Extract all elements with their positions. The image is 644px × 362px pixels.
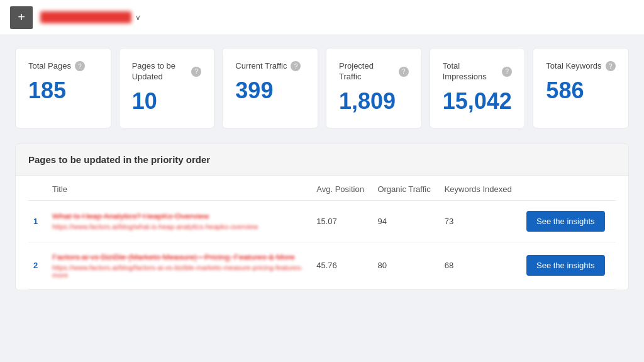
table-row: 1 What Is Heap Analytics? HeapKo Overvie… bbox=[28, 200, 616, 242]
stat-value-current-traffic: 399 bbox=[235, 79, 305, 102]
info-icon-total-pages[interactable]: ? bbox=[75, 61, 85, 71]
stat-card-total-keywords: Total Keywords ? 586 bbox=[533, 48, 629, 128]
stat-header-current-traffic: Current Traffic ? bbox=[235, 61, 305, 72]
row-title-1: Factors.ai vs BiziBle (Marketo Measure) … bbox=[47, 242, 311, 289]
col-index bbox=[28, 176, 47, 201]
row-organic-traffic-0: 94 bbox=[372, 200, 439, 242]
stat-value-total-keywords: 586 bbox=[546, 79, 616, 102]
add-button[interactable]: + bbox=[10, 6, 33, 29]
stat-header-total-keywords: Total Keywords ? bbox=[546, 61, 616, 72]
stats-row: Total Pages ? 185 Pages to be Updated ? … bbox=[15, 48, 629, 128]
stat-value-pages-to-be-updated: 10 bbox=[132, 90, 202, 113]
priority-section: Pages to be updated in the priority orde… bbox=[15, 144, 629, 290]
priority-header: Pages to be updated in the priority orde… bbox=[16, 144, 628, 176]
info-icon-total-keywords[interactable]: ? bbox=[606, 61, 616, 71]
stat-header-projected-traffic: Projected Traffic ? bbox=[339, 61, 409, 82]
stat-label-projected-traffic: Projected Traffic bbox=[339, 61, 395, 82]
info-icon-current-traffic[interactable]: ? bbox=[291, 61, 301, 71]
row-url-1: https://www.factors.ai/blog/factors-ai-v… bbox=[52, 264, 306, 279]
col-title: Title bbox=[47, 176, 311, 201]
domain-selector[interactable]: ██████████████ ∨ bbox=[40, 11, 141, 23]
priority-title: Pages to be updated in the priority orde… bbox=[28, 154, 210, 165]
row-action-1: See the insights bbox=[521, 242, 616, 289]
row-avg-pos-1: 45.76 bbox=[311, 242, 372, 289]
col-keywords-indexed: Keywords Indexed bbox=[440, 176, 521, 201]
table-container: Title Avg. Position Organic Traffic Keyw… bbox=[16, 176, 628, 290]
see-insights-button-0[interactable]: See the insights bbox=[526, 211, 605, 232]
stat-header-pages-to-be-updated: Pages to be Updated ? bbox=[132, 61, 202, 82]
info-icon-total-impressions[interactable]: ? bbox=[502, 67, 512, 77]
row-title-0: What Is Heap Analytics? HeapKo Overview … bbox=[47, 200, 311, 242]
stat-header-total-pages: Total Pages ? bbox=[28, 61, 98, 72]
row-avg-pos-0: 15.07 bbox=[311, 200, 372, 242]
col-action bbox=[521, 176, 616, 201]
stat-value-projected-traffic: 1,809 bbox=[339, 90, 409, 113]
stat-label-total-impressions: Total Impressions bbox=[443, 61, 499, 82]
stat-header-total-impressions: Total Impressions ? bbox=[443, 61, 513, 82]
row-action-0: See the insights bbox=[521, 200, 616, 242]
row-index-0: 1 bbox=[28, 200, 47, 242]
row-title-text-1: Factors.ai vs BiziBle (Marketo Measure) … bbox=[52, 252, 306, 262]
stat-value-total-pages: 185 bbox=[28, 79, 98, 102]
main-content: Total Pages ? 185 Pages to be Updated ? … bbox=[0, 35, 644, 303]
stat-card-pages-to-be-updated: Pages to be Updated ? 10 bbox=[119, 48, 215, 128]
stat-label-current-traffic: Current Traffic bbox=[235, 61, 287, 72]
info-icon-projected-traffic[interactable]: ? bbox=[399, 67, 409, 77]
stat-card-current-traffic: Current Traffic ? 399 bbox=[222, 48, 318, 128]
stat-label-total-pages: Total Pages bbox=[28, 61, 71, 72]
info-icon-pages-to-be-updated[interactable]: ? bbox=[191, 67, 201, 77]
stat-label-pages-to-be-updated: Pages to be Updated bbox=[132, 61, 188, 82]
row-url-0: https://www.factors.ai/blog/what-is-heap… bbox=[52, 223, 306, 230]
row-organic-traffic-1: 80 bbox=[372, 242, 439, 289]
col-organic-traffic: Organic Traffic bbox=[372, 176, 439, 201]
stat-card-total-impressions: Total Impressions ? 15,042 bbox=[430, 48, 526, 128]
stat-card-total-pages: Total Pages ? 185 bbox=[15, 48, 111, 128]
domain-text: ██████████████ bbox=[40, 11, 131, 23]
priority-table: Title Avg. Position Organic Traffic Keyw… bbox=[28, 176, 616, 290]
chevron-down-icon: ∨ bbox=[135, 13, 141, 22]
see-insights-button-1[interactable]: See the insights bbox=[526, 255, 605, 276]
row-index-1: 2 bbox=[28, 242, 47, 289]
stat-card-projected-traffic: Projected Traffic ? 1,809 bbox=[326, 48, 422, 128]
top-bar: + ██████████████ ∨ bbox=[0, 0, 644, 35]
table-row: 2 Factors.ai vs BiziBle (Marketo Measure… bbox=[28, 242, 616, 289]
row-keywords-indexed-1: 68 bbox=[440, 242, 521, 289]
stat-value-total-impressions: 15,042 bbox=[443, 90, 513, 113]
col-avg-position: Avg. Position bbox=[311, 176, 372, 201]
row-keywords-indexed-0: 73 bbox=[440, 200, 521, 242]
row-title-text-0: What Is Heap Analytics? HeapKo Overview bbox=[52, 212, 306, 221]
stat-label-total-keywords: Total Keywords bbox=[546, 61, 601, 72]
